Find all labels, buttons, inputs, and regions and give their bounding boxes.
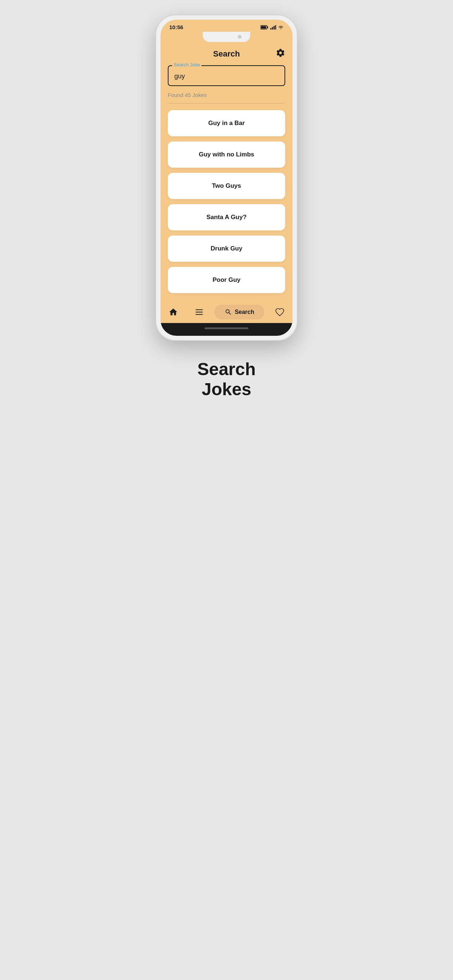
results-divider [168, 103, 285, 103]
notch-dot [238, 35, 241, 39]
notch-area [161, 32, 292, 43]
list-item[interactable]: Guy with no Limbs [168, 142, 285, 168]
tab-search-label: Search [235, 309, 254, 315]
home-indicator-bar [161, 323, 292, 336]
page-title: Search [213, 49, 239, 59]
signal-icon [270, 25, 276, 30]
wifi-icon [278, 25, 284, 30]
list-item[interactable]: Guy in a Bar [168, 110, 285, 136]
list-icon [195, 307, 204, 317]
search-field-label: Search Joke [172, 62, 201, 67]
home-indicator [205, 328, 248, 329]
tab-list[interactable] [188, 306, 210, 318]
svg-rect-4 [272, 27, 273, 30]
app-content: Search Search Joke Found 45 Jokes Guy in… [161, 43, 292, 300]
battery-icon [260, 25, 268, 30]
svg-rect-3 [270, 28, 271, 30]
status-bar: 10:56 [161, 20, 292, 32]
search-icon [225, 309, 232, 316]
tab-search[interactable]: Search [214, 305, 265, 320]
status-time: 10:56 [169, 24, 183, 30]
svg-rect-2 [267, 26, 268, 28]
svg-rect-5 [274, 26, 274, 30]
svg-rect-6 [275, 25, 276, 30]
list-item[interactable]: Drunk Guy [168, 235, 285, 262]
promo-line1: Search [197, 359, 256, 379]
list-item[interactable]: Poor Guy [168, 267, 285, 293]
search-input[interactable] [168, 65, 285, 86]
tab-home[interactable] [163, 306, 184, 318]
results-list: Guy in a Bar Guy with no Limbs Two Guys … [168, 110, 285, 300]
home-icon [169, 307, 178, 317]
phone-shell: 10:56 [155, 14, 298, 341]
promo-text: Search Jokes [197, 359, 256, 399]
list-item[interactable]: Two Guys [168, 173, 285, 199]
tab-favorites[interactable] [269, 306, 290, 318]
tab-bar: Search [161, 300, 292, 323]
notch [203, 32, 250, 42]
phone-inner: 10:56 [161, 20, 292, 336]
svg-rect-1 [261, 26, 266, 29]
promo-line2: Jokes [197, 379, 256, 399]
found-count: Found 45 Jokes [168, 92, 285, 98]
status-icons [260, 25, 284, 30]
heart-icon [275, 307, 284, 317]
search-field-container: Search Joke [168, 65, 285, 86]
gear-icon[interactable] [276, 48, 285, 60]
list-item[interactable]: Santa A Guy? [168, 204, 285, 231]
